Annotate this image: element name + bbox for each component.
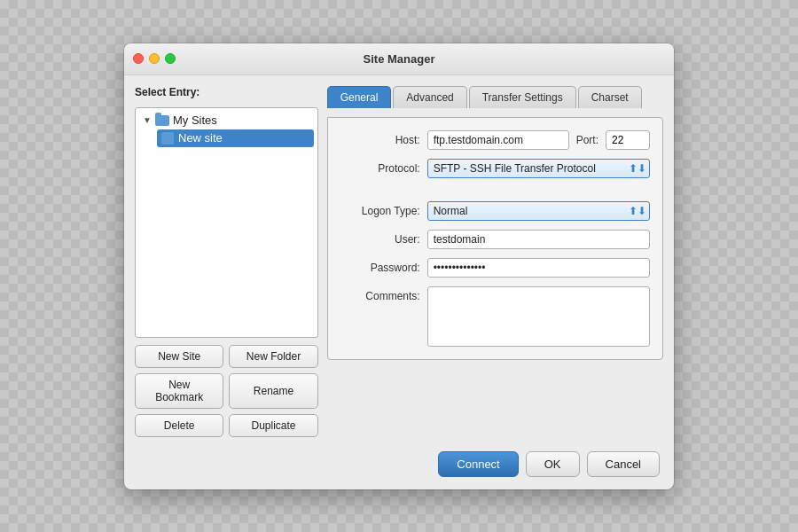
tab-transfer-settings[interactable]: Transfer Settings <box>469 86 576 108</box>
select-entry-label: Select Entry: <box>135 86 318 98</box>
host-input[interactable] <box>427 130 569 150</box>
left-panel: Select Entry: ▼ My Sites New site <box>135 86 318 437</box>
user-input[interactable] <box>427 230 650 249</box>
bottom-bar: Connect OK Cancel <box>135 446 663 479</box>
comments-label: Comments: <box>340 290 420 302</box>
user-label: User: <box>340 233 420 246</box>
protocol-select-wrapper: SFTP - SSH File Transfer Protocol FTP - … <box>427 159 650 178</box>
tree-my-sites[interactable]: ▼ My Sites <box>139 112 314 129</box>
tabs: General Advanced Transfer Settings Chars… <box>327 86 663 108</box>
tree-arrow: ▼ <box>143 115 152 125</box>
delete-button[interactable]: Delete <box>135 414 223 437</box>
password-row: Password: <box>340 258 650 278</box>
new-bookmark-button[interactable]: New Bookmark <box>135 373 223 409</box>
comments-textarea[interactable] <box>427 286 650 347</box>
host-label: Host: <box>340 134 420 146</box>
right-panel: General Advanced Transfer Settings Chars… <box>327 86 663 437</box>
site-icon <box>160 131 175 145</box>
traffic-lights <box>133 53 176 64</box>
logon-type-row: Logon Type: Normal Anonymous Ask for pas… <box>340 201 650 221</box>
tab-general[interactable]: General <box>327 86 392 108</box>
protocol-row: Protocol: SFTP - SSH File Transfer Proto… <box>340 159 650 178</box>
new-site-label: New site <box>178 131 223 145</box>
port-label: Port: <box>576 134 598 146</box>
window-title: Site Manager <box>364 52 435 66</box>
tree-new-site[interactable]: New site <box>157 129 314 147</box>
ok-button[interactable]: OK <box>526 451 580 477</box>
window-body: Select Entry: ▼ My Sites New site <box>124 75 674 489</box>
comments-row: Comments: <box>340 286 650 347</box>
my-sites-label: My Sites <box>173 113 217 127</box>
folder-icon <box>155 113 169 128</box>
new-site-button[interactable]: New Site <box>135 345 223 368</box>
new-folder-button[interactable]: New Folder <box>229 345 317 368</box>
rename-button[interactable]: Rename <box>229 373 317 409</box>
tab-content-general: Host: Port: Protocol: SFTP - SSH File Tr… <box>327 117 663 360</box>
logon-type-select[interactable]: Normal Anonymous Ask for password Intera… <box>427 201 650 221</box>
titlebar: Site Manager <box>124 43 674 75</box>
left-buttons: New Site New Folder New Bookmark Rename … <box>135 345 318 437</box>
password-input[interactable] <box>427 258 650 278</box>
tab-charset[interactable]: Charset <box>578 86 642 108</box>
duplicate-button[interactable]: Duplicate <box>229 414 317 437</box>
site-manager-window: Site Manager Select Entry: ▼ My Sites <box>124 43 674 489</box>
host-row: Host: Port: <box>340 130 650 150</box>
maximize-button[interactable] <box>165 53 176 64</box>
close-button[interactable] <box>133 53 144 64</box>
tab-advanced[interactable]: Advanced <box>393 86 466 108</box>
user-row: User: <box>340 230 650 249</box>
cancel-button[interactable]: Cancel <box>587 451 660 477</box>
logon-type-select-wrapper: Normal Anonymous Ask for password Intera… <box>427 201 650 221</box>
minimize-button[interactable] <box>149 53 160 64</box>
protocol-select[interactable]: SFTP - SSH File Transfer Protocol FTP - … <box>427 159 650 178</box>
port-input[interactable] <box>606 130 650 150</box>
password-label: Password: <box>340 262 420 274</box>
logon-type-label: Logon Type: <box>340 205 420 217</box>
tree-view[interactable]: ▼ My Sites New site <box>135 107 318 338</box>
content-area: Select Entry: ▼ My Sites New site <box>135 86 663 437</box>
protocol-label: Protocol: <box>340 162 420 175</box>
connect-button[interactable]: Connect <box>438 451 518 477</box>
